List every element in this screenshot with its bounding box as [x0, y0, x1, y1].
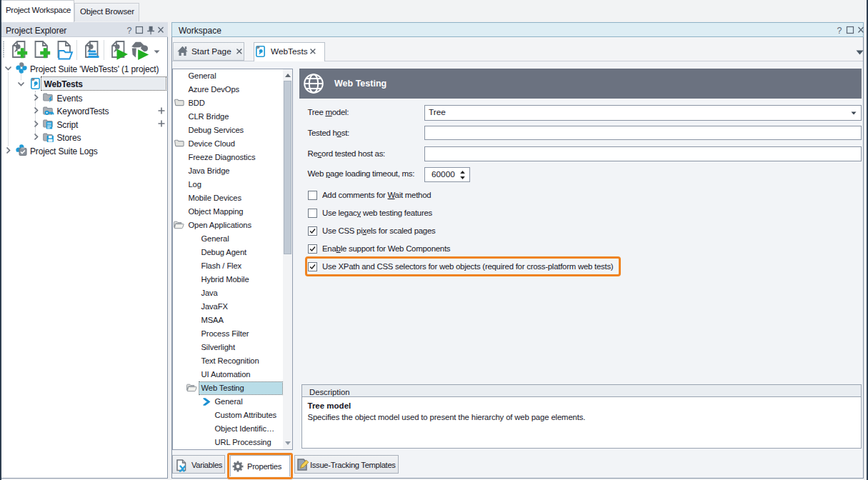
svg-text:?: ?: [127, 26, 132, 36]
svg-text:?: ?: [837, 26, 842, 36]
